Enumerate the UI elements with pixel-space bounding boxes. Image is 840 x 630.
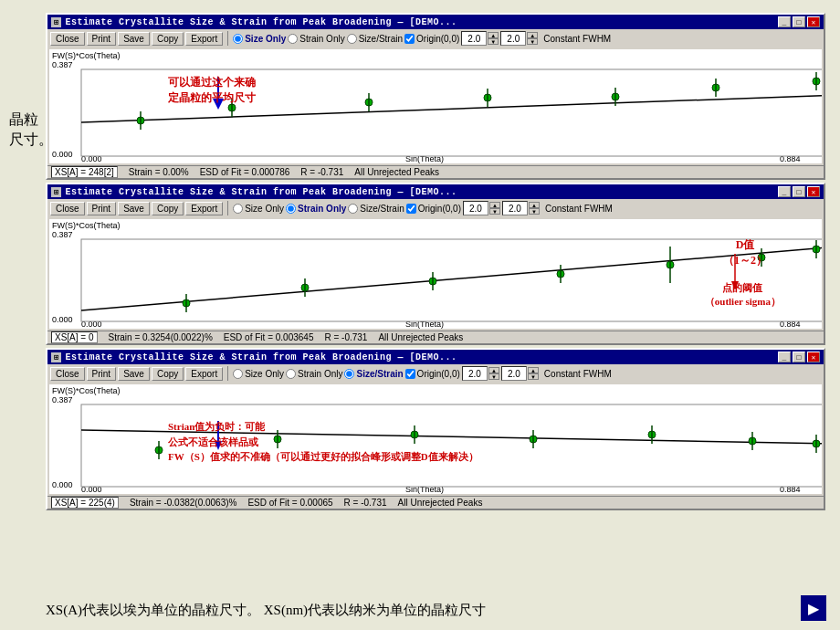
spin-down-5[interactable]: ▼ [488,373,499,380]
maximize-btn-1[interactable]: □ [793,16,805,27]
export-button-2[interactable]: Export [185,202,223,215]
size-strain-radio-1[interactable]: Size/Strain [347,34,403,44]
svg-text:0.000: 0.000 [52,150,73,159]
r-2: R = -0.731 [324,332,367,342]
svg-text:FW(S)*Cos(Theta): FW(S)*Cos(Theta) [52,386,121,395]
close-btn-1[interactable]: ✕ [807,16,820,27]
spin-up-3[interactable]: ▲ [489,202,500,208]
spin2-3: ▲ ▼ [528,367,539,380]
size-only-radio-1[interactable]: Size Only [233,34,286,44]
spin1-2: ▲ ▼ [489,202,500,215]
outlier-sigma-annotation: 点的阈值（outlier sigma） [705,281,781,310]
spin1-1: ▲ ▼ [488,32,499,45]
origin-check-3[interactable]: Origin(0,0) [405,369,460,379]
svg-text:0.000: 0.000 [52,480,73,489]
minimize-btn-2[interactable]: _ [778,186,791,197]
print-button-1[interactable]: Print [87,32,117,46]
minimize-btn-1[interactable]: _ [778,16,791,27]
spin-down-1[interactable]: ▼ [488,38,499,45]
spin-up-4[interactable]: ▲ [529,202,540,208]
strain-only-radio-3[interactable]: Strain Only [286,369,342,379]
left-vertical-label: 晶粒尺寸。 [9,110,53,151]
r-3: R = -0.731 [344,498,387,508]
window-3-status: XS[A] = 225(4) Strain = -0.0382(0.0063)%… [47,496,824,509]
size-strain-radio-2[interactable]: Size/Strain [348,204,404,214]
bottom-text: XS(A)代表以埃为单位的晶粒尺寸。 XS(nm)代表以纳米为单位的晶粒尺寸 [46,602,794,619]
size-only-radio-2[interactable]: Size Only [233,204,284,214]
spin-down-2[interactable]: ▼ [527,38,538,45]
origin-check-2[interactable]: Origin(0,0) [406,204,461,214]
close-button-3[interactable]: Close [50,367,85,381]
window-2-controls: _ □ ✕ [778,186,820,197]
window-2-title: Estimate Crystallite Size & Strain from … [65,187,457,197]
spin1-3: ▲ ▼ [488,367,499,380]
fwhm-label-2: Constant FWHM [545,204,613,214]
export-button-1[interactable]: Export [185,32,223,46]
window-3-chart: FW(S)*Cos(Theta) 0.387 0.000 0.000 Sin(T… [49,384,822,494]
esd-3: ESD of Fit = 0.00065 [247,498,332,508]
svg-text:FW(S)*Cos(Theta): FW(S)*Cos(Theta) [52,221,121,230]
nav-arrow[interactable]: ▶ [801,595,826,621]
spin-up-5[interactable]: ▲ [488,367,499,373]
copy-button-3[interactable]: Copy [152,367,184,381]
xs-a-1: XS[A] = 248[2] [51,167,118,177]
value2-input-1[interactable] [500,31,526,46]
window-2: ⊞ Estimate Crystallite Size & Strain fro… [46,183,825,345]
spin-up-6[interactable]: ▲ [528,367,539,373]
svg-text:FW(S)*Cos(Theta): FW(S)*Cos(Theta) [52,51,121,60]
spin-down-6[interactable]: ▼ [528,373,539,380]
save-button-2[interactable]: Save [118,202,150,215]
spin-up-2[interactable]: ▲ [527,32,538,38]
strain-only-radio-1[interactable]: Strain Only [288,34,344,44]
window-3-toolbar: Close Print Save Copy Export Size Only S… [47,364,824,383]
svg-text:0.387: 0.387 [52,395,73,404]
value1-input-2[interactable] [463,201,488,215]
strain-only-radio-2[interactable]: Strain Only [286,204,346,214]
value2-input-3[interactable] [501,366,527,381]
strain-2: Strain = 0.3254(0.0022)% [109,332,213,342]
window-1-toolbar: Close Print Save Copy Export Size Only S… [47,29,824,47]
svg-text:0.387: 0.387 [52,60,73,69]
size-only-radio-3[interactable]: Size Only [233,369,284,379]
spin-down-3[interactable]: ▼ [489,208,500,215]
close-button-1[interactable]: Close [50,32,85,46]
maximize-btn-3[interactable]: □ [793,352,805,362]
close-button-2[interactable]: Close [50,202,85,215]
close-btn-3[interactable]: ✕ [807,352,820,362]
print-button-3[interactable]: Print [87,367,117,381]
save-button-3[interactable]: Save [118,367,150,381]
peaks-1: All Unrejected Peaks [354,167,439,177]
value2-input-2[interactable] [502,201,528,215]
spin2-1: ▲ ▼ [527,32,538,45]
xs-a-2: XS[A] = 0 [51,332,98,342]
window-1-title: Estimate Crystallite Size & Strain from … [65,17,457,27]
value1-input-1[interactable] [461,31,487,46]
origin-check-1[interactable]: Origin(0,0) [404,34,459,44]
peaks-2: All Unrejected Peaks [378,332,463,342]
value1-input-3[interactable] [462,366,488,381]
minimize-btn-3[interactable]: _ [778,352,791,362]
spin-up-1[interactable]: ▲ [488,32,499,38]
fwhm-label-3: Constant FWHM [544,369,612,379]
spin2-2: ▲ ▼ [529,202,540,215]
copy-button-2[interactable]: Copy [152,202,184,215]
export-button-3[interactable]: Export [185,367,223,381]
sep-1 [227,31,228,46]
maximize-btn-2[interactable]: □ [793,186,805,197]
esd-1: ESD of Fit = 0.000786 [200,167,290,177]
window-3-title: Estimate Crystallite Size & Strain from … [65,352,457,362]
sep-2 [227,201,228,215]
print-button-2[interactable]: Print [87,202,117,215]
window-1: ⊞ Estimate Crystallite Size & Strain fro… [46,13,825,180]
r-1: R = -0.731 [300,167,343,177]
chart-svg-1: FW(S)*Cos(Theta) 0.387 0.000 0.000 Sin(T… [49,49,822,163]
window-3-controls: _ □ ✕ [778,352,820,362]
spin-down-4[interactable]: ▼ [529,208,540,215]
window-2-status: XS[A] = 0 Strain = 0.3254(0.0022)% ESD o… [47,331,824,343]
main-container: 晶粒尺寸。 ⊞ Estimate Crystallite Size & Stra… [0,0,840,630]
size-strain-radio-3[interactable]: Size/Strain [344,369,403,379]
sep-3 [227,366,228,381]
save-button-1[interactable]: Save [118,32,150,46]
close-btn-2[interactable]: ✕ [807,186,820,197]
copy-button-1[interactable]: Copy [152,32,184,46]
